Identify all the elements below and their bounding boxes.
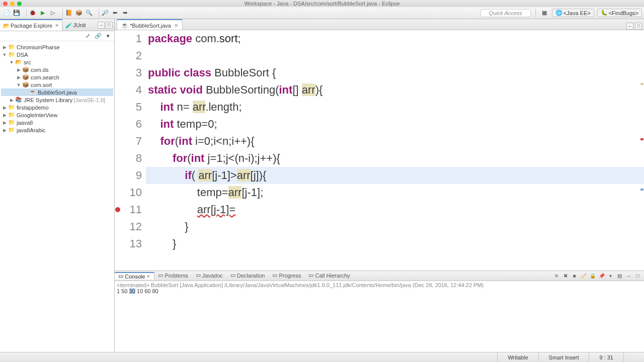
disclosure-triangle[interactable]: ▶: [2, 105, 7, 110]
code-line[interactable]: static void BubbleSorting(int[] arr){: [146, 81, 644, 99]
code-line[interactable]: int n= arr.length;: [146, 99, 644, 116]
code-line[interactable]: for(int j=1;j<(n-i);j++){: [146, 150, 644, 167]
disclosure-triangle[interactable]: ▶: [16, 75, 21, 80]
code-line[interactable]: }: [146, 235, 644, 252]
disclosure-triangle[interactable]: ▼: [9, 60, 14, 65]
run-last-button[interactable]: ▷: [48, 9, 57, 17]
bottom-tab-call-hierarchy[interactable]: ▭Call Hierarchy: [305, 272, 354, 279]
tab-junit[interactable]: 🧪 JUnit: [62, 19, 89, 31]
tree-node[interactable]: ▶📦com.ds: [1, 66, 113, 73]
tree-node[interactable]: ▶📁jaava8: [1, 119, 113, 126]
project-icon: 📁: [8, 104, 15, 111]
open-type-button[interactable]: 🔍: [85, 9, 93, 17]
quick-access[interactable]: Quick Access: [480, 9, 531, 17]
disclosure-triangle[interactable]: ▶: [2, 113, 7, 118]
close-icon[interactable]: ✕: [55, 23, 59, 28]
zoom-window-button[interactable]: [17, 2, 22, 6]
tree-node[interactable]: ☕BubbleSort.java: [1, 88, 113, 96]
tab-icon: ▭: [230, 272, 235, 279]
remove-launch-button[interactable]: ✕: [552, 272, 560, 280]
collapse-all-button[interactable]: ⤢: [84, 32, 92, 40]
code-line[interactable]: int temp=0;: [146, 116, 644, 133]
tree-node[interactable]: ▼📁DSA: [1, 51, 113, 58]
console-view[interactable]: <terminated> BubbleSort [Java Applicatio…: [115, 281, 644, 352]
run-button[interactable]: ▶: [38, 9, 47, 17]
bottom-tab-javadoc[interactable]: ▭Javadoc: [192, 272, 227, 279]
pin-console-button[interactable]: 📌: [598, 272, 605, 280]
scroll-lock-button[interactable]: 🔒: [589, 272, 596, 280]
save-button[interactable]: 💾: [12, 9, 21, 17]
perspective-findbugs[interactable]: 🐛 <FindBugs>: [597, 9, 642, 17]
disclosure-triangle[interactable]: ▶: [2, 45, 7, 50]
bottom-tab-console[interactable]: ▭Console✕: [115, 272, 154, 280]
maximize-bottom-button[interactable]: □: [634, 272, 641, 280]
remove-all-launches-button[interactable]: ✖: [561, 272, 569, 280]
tree-node-label: java8Arabic: [17, 127, 45, 133]
project-icon: 📁: [8, 51, 15, 58]
close-icon[interactable]: ✕: [146, 274, 150, 279]
view-menu-button[interactable]: ▾: [104, 32, 112, 40]
disclosure-triangle[interactable]: ▶: [9, 98, 14, 103]
search-button[interactable]: 🔎: [101, 9, 109, 17]
display-selected-console-button[interactable]: ▾: [607, 272, 614, 280]
minimize-window-button[interactable]: [10, 2, 15, 6]
disclosure-triangle[interactable]: ▶: [2, 128, 7, 133]
tree-node[interactable]: ▶📁firstappdemo: [1, 104, 113, 111]
link-editor-button[interactable]: 🔗: [94, 32, 102, 40]
tree-node[interactable]: ▶📁java8Arabic: [1, 126, 113, 134]
code-line[interactable]: temp=arr[j-1];: [146, 184, 644, 201]
tree-node-label: DSA: [17, 52, 28, 58]
java-file-icon: ☕: [121, 22, 128, 29]
terminate-button[interactable]: ■: [571, 272, 578, 280]
close-icon[interactable]: ✕: [174, 23, 178, 28]
perspective-javaee[interactable]: 🌐 <Java EE>: [552, 9, 594, 17]
code-line[interactable]: package com.sort;: [146, 30, 644, 47]
code-line[interactable]: if( arr[j-1]>arr[j]){: [146, 167, 644, 184]
annotation-next-button[interactable]: ➡: [121, 9, 129, 17]
minimize-view-button[interactable]: –: [98, 22, 105, 29]
status-writable: Writable: [497, 352, 538, 362]
minimize-bottom-button[interactable]: –: [625, 272, 632, 280]
tree-node[interactable]: ▶📁ChromiumPharse: [1, 43, 113, 51]
code-line[interactable]: arr[j-1]=: [146, 201, 644, 218]
tab-package-explorer[interactable]: 📂 Package Explore ✕: [0, 19, 62, 31]
annotation-prev-button[interactable]: ⬅: [111, 9, 119, 17]
disclosure-triangle[interactable]: ▶: [16, 67, 21, 72]
bottom-tab-declaration[interactable]: ▭Declaration: [227, 272, 269, 279]
maximize-editor-button[interactable]: □: [635, 23, 642, 30]
disclosure-triangle[interactable]: ▼: [2, 52, 7, 57]
open-perspective-button[interactable]: ▦: [540, 9, 549, 17]
code-line[interactable]: for(int i=0;i<n;i++){: [146, 133, 644, 150]
tree-node[interactable]: ▼📦com.sort: [1, 81, 113, 88]
clear-console-button[interactable]: 🧹: [580, 272, 587, 280]
code-line[interactable]: public class BubbleSort {: [146, 64, 644, 81]
new-package-button[interactable]: 📦: [74, 9, 83, 17]
bottom-tab-progress[interactable]: ▭Progress: [269, 272, 305, 279]
code-line[interactable]: }: [146, 218, 644, 235]
tree-node-label: JRE System Library: [24, 97, 72, 103]
disclosure-triangle[interactable]: ▼: [16, 82, 21, 87]
console-launch-header: <terminated> BubbleSort [Java Applicatio…: [115, 281, 644, 288]
error-marker-icon[interactable]: [115, 207, 120, 212]
tree-node-label: jaava8: [17, 120, 33, 126]
code-line[interactable]: [146, 47, 644, 64]
package-explorer-tree[interactable]: ▶📁ChromiumPharse▼📁DSA▼📂src▶📦com.ds▶📦com.…: [0, 41, 114, 352]
java-editor[interactable]: 12345678910111213 package com.sort;publi…: [115, 30, 644, 270]
tree-node[interactable]: ▶📦com.search: [1, 73, 113, 81]
debug-button[interactable]: 🐞: [28, 9, 37, 17]
tree-node[interactable]: ▶📁GoogleInterView: [1, 111, 113, 119]
tree-node[interactable]: ▼📂src: [1, 58, 113, 66]
open-console-button[interactable]: ▤: [616, 272, 623, 280]
tree-node[interactable]: ▶📚JRE System Library [JavaSE-1.8]: [1, 96, 113, 104]
tree-node-label: BubbleSort.java: [38, 89, 77, 96]
new-button[interactable]: 📄: [2, 9, 11, 17]
maximize-view-button[interactable]: □: [106, 22, 113, 29]
main-toolbar: 📄 💾 🐞 ▶ ▷ 📙 📦 🔍 🔎 ⬅ ➡ Quick Access ▦ 🌐 <…: [0, 7, 644, 19]
bottom-tab-problems[interactable]: ▭Problems: [154, 272, 192, 279]
editor-tab-bubblesort[interactable]: ☕ *BubbleSort.java ✕: [117, 19, 183, 30]
overview-ruler[interactable]: [639, 30, 644, 270]
disclosure-triangle[interactable]: ▶: [2, 120, 7, 125]
new-java-class-button[interactable]: 📙: [64, 9, 73, 17]
minimize-editor-button[interactable]: –: [626, 23, 633, 30]
close-window-button[interactable]: [3, 2, 8, 6]
